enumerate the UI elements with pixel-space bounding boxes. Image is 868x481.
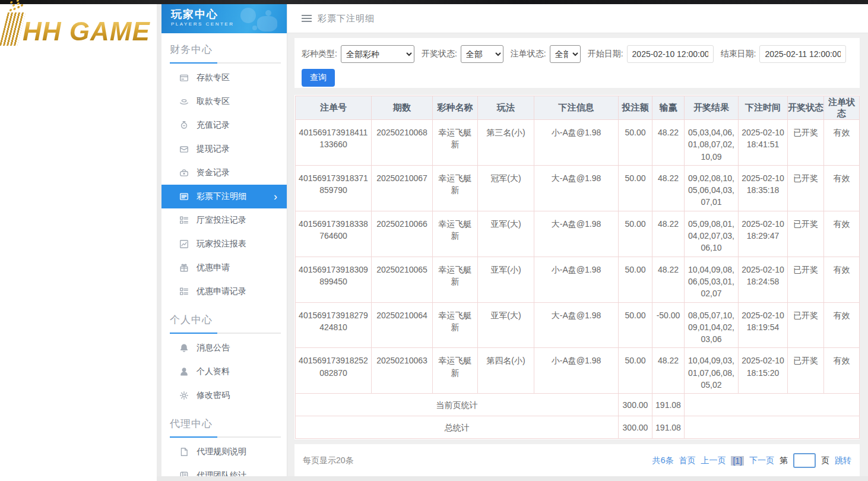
sidebar-item[interactable]: 优惠申请 [161,256,287,280]
sidebar-section-title: 个人中心 [170,313,287,327]
sidebar-item[interactable]: 充值记录 [161,113,287,137]
page-title: 彩票下注明细 [318,13,375,24]
table-cell: 幸运飞艇新 [433,211,478,257]
table-row: 40156917391837185979020250210067幸运飞艇新冠军(… [296,165,860,211]
sidebar-item[interactable]: 消息公告 [161,336,287,360]
sidebar-item[interactable]: 资金记录 [161,161,287,185]
column-header: 开奖状态 [788,96,824,120]
query-button[interactable]: 查询 [302,69,335,87]
sidebar-item[interactable]: 修改密码 [161,384,287,407]
table-cell: 2025-02-10 18:15:20 [739,348,788,394]
table-cell: 401569173918279424810 [296,302,372,348]
sidebar-item[interactable]: 玩家投注报表 [161,232,287,256]
table-cell: 有效 [824,348,860,394]
table-cell: 50.00 [619,348,652,394]
logo-dots-icon [9,9,12,11]
summary-row: 当前页统计300.00191.08 [296,394,860,416]
sidebar-item[interactable]: 取款专区 [161,90,287,113]
table-cell: 50.00 [619,211,652,257]
section-divider [170,436,281,438]
sidebar-item[interactable]: 提现记录 [161,137,287,161]
chevron-right-icon: › [274,191,277,202]
section-divider [170,333,281,334]
table-row: 40156917391833876460020250210066幸运飞艇新亚军(… [296,211,860,257]
deposit-card-icon [179,73,189,83]
bottom-scroll-strip [157,476,868,481]
table-cell: 10,04,09,03,01,07,06,08,05,02 [685,348,739,394]
money-bag-icon [179,121,189,130]
sidebar: 玩家中心 PLAYERS CENTER 财务中心存款专区取款专区充值记录提现记录… [161,4,287,476]
sidebar-item-label: 代理团队统计 [197,470,246,476]
sidebar-item-label: 代理规则说明 [197,447,246,457]
table-cell: 有效 [824,211,860,257]
bet-status-select[interactable]: 全部 [550,45,581,63]
table-cell: 幸运飞艇新 [433,120,478,166]
sidebar-item-label: 个人资料 [197,366,230,377]
table-cell: 冠军(大) [478,165,534,211]
end-date-input[interactable] [759,45,846,63]
table-cell: 亚军(大) [478,211,534,257]
table-header-row: 注单号期数彩种名称玩法下注信息投注额输赢开奖结果下注时间开奖状态注单状态 [296,96,860,120]
table-cell: 20250210063 [372,348,433,394]
draw-status-select[interactable]: 全部 [461,45,503,63]
summary-empty-cell [685,394,860,416]
purse-icon [179,168,189,178]
sidebar-item[interactable]: 个人资料 [161,360,287,384]
page-size-text: 每页显示20条 [303,455,354,466]
sidebar-item[interactable]: 优惠申请记录 [161,280,287,303]
gift-icon [179,263,189,273]
table-cell: 大-A盘@1.98 [534,211,619,257]
first-page-link[interactable]: 首页 [679,455,695,466]
table-cell: 05,03,04,06,01,08,07,02,10,09 [685,120,739,166]
table-cell: 09,02,08,10,05,06,04,03,07,01 [685,165,739,211]
summary-row: 总统计300.00191.08 [296,416,860,439]
table-cell: 有效 [824,120,860,166]
table-cell: 48.22 [652,348,685,394]
lottery-list-icon [179,192,189,201]
logo-area: HH GAME [0,4,157,481]
sidebar-item[interactable]: 厅室投注记录 [161,208,287,232]
main-area: 彩票下注明细 彩种类型: 全部彩种 开奖状态: 全部 注单状态: 全部 开始日期… [287,4,868,481]
wallet-icon [179,144,189,154]
summary-label: 总统计 [296,416,619,439]
bet-status-label: 注单状态: [511,49,546,59]
lottery-type-select[interactable]: 全部彩种 [341,45,414,63]
pagination-controls: 共6条 首页 上一页 [1] 下一页 第 页 跳转 [652,453,851,468]
sidebar-item-label: 充值记录 [197,120,230,131]
logo-stripes-icon [0,12,26,46]
prev-page-link[interactable]: 上一页 [701,455,726,466]
table-cell: 08,05,07,10,09,01,04,02,03,06 [685,302,739,348]
table-cell: 亚军(小) [478,257,534,302]
jump-prefix-label: 第 [780,455,788,466]
sidebar-item-label: 优惠申请记录 [197,286,246,297]
table-cell: 已开奖 [788,257,824,302]
table-cell: 有效 [824,165,860,211]
table-cell: 10,04,09,08,06,05,03,01,02,07 [685,257,739,302]
table-cell: 20250210064 [372,302,433,348]
sidebar-item-label: 彩票下注明细 [197,191,246,202]
hamburger-menu-icon[interactable] [302,15,312,22]
sidebar-item[interactable]: 存款专区 [161,66,287,90]
bets-table: 注单号期数彩种名称玩法下注信息投注额输赢开奖结果下注时间开奖状态注单状态 401… [295,96,860,439]
stats-book-icon [179,471,189,476]
column-header: 彩种名称 [433,96,478,120]
sidebar-item-label: 玩家投注报表 [197,239,246,249]
start-date-input[interactable] [627,45,714,63]
table-cell: 小-A盘@1.98 [534,120,619,166]
sidebar-item[interactable]: 代理规则说明 [161,440,287,464]
jump-button[interactable]: 跳转 [835,455,851,466]
jump-suffix-label: 页 [821,455,829,466]
jump-page-input[interactable] [793,453,816,468]
topbar: 彩票下注明细 [287,4,868,33]
next-page-link[interactable]: 下一页 [749,455,774,466]
table-cell: 小-A盘@1.98 [534,348,619,394]
sidebar-item[interactable]: 代理团队统计 [161,464,287,476]
table-cell: 50.00 [619,120,652,166]
column-header: 开奖结果 [685,96,739,120]
gear-icon [179,391,189,400]
table-cell: 幸运飞艇新 [433,348,478,394]
table-cell: 50.00 [619,302,652,348]
records-icon [179,287,189,296]
sidebar-item[interactable]: 彩票下注明细› [161,185,287,208]
end-date-label: 结束日期: [721,49,756,59]
